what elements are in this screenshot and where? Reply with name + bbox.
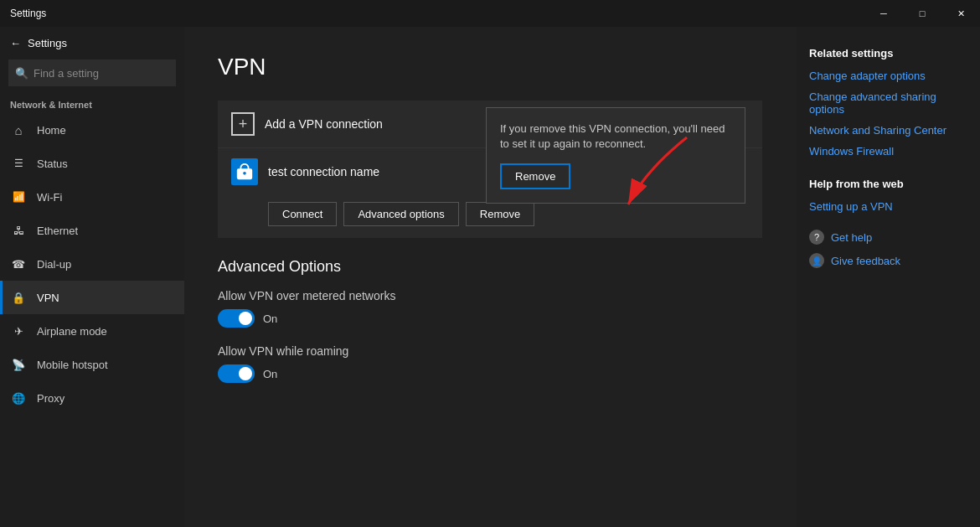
help-title: Help from the web [809,178,967,190]
titlebar-title: Settings [10,8,46,19]
sidebar-item-label: Wi-Fi [37,191,62,204]
sidebar-item-wifi[interactable]: 📶 Wi-Fi [0,180,184,214]
bottom-help-section: ? Get help 👤 Give feedback [809,230,967,268]
removal-popup: If you remove this VPN connection, you'l… [486,107,745,204]
change-sharing-link[interactable]: Change advanced sharing options [809,90,967,116]
proxy-icon: 🌐 [10,390,27,406]
add-vpn-label: Add a VPN connection [265,117,383,131]
firewall-link[interactable]: Windows Firewall [809,145,967,158]
sidebar-item-label: Mobile hotspot [37,359,108,371]
metered-toggle-row: On [218,309,762,328]
sidebar-item-status[interactable]: ☰ Status [0,147,184,180]
connect-button[interactable]: Connect [268,202,337,226]
roaming-toggle-label: On [263,368,277,380]
remove-button[interactable]: Remove [466,202,534,226]
restore-button[interactable]: □ [903,0,941,27]
sidebar-item-label: Ethernet [37,225,78,237]
popup-remove-button[interactable]: Remove [500,163,570,189]
related-settings-title: Related settings [809,47,967,59]
sidebar-item-hotspot[interactable]: 📡 Mobile hotspot [0,348,184,381]
main-content: VPN + Add a VPN connection test connecti… [184,27,796,527]
sidebar-item-ethernet[interactable]: 🖧 Ethernet [0,214,184,247]
search-input[interactable] [34,67,174,80]
sidebar-item-label: Status [37,158,68,170]
roaming-label: Allow VPN while roaming [218,344,762,358]
titlebar: Settings ─ □ ✕ [0,0,980,27]
get-help-label: Get help [831,231,872,244]
ethernet-icon: 🖧 [10,222,27,239]
right-panel: Related settings Change adapter options … [796,27,980,527]
vpn-connection-name: test connection name [268,165,379,178]
roaming-toggle[interactable] [218,364,255,383]
sidebar-item-home[interactable]: ⌂ Home [0,113,184,147]
sidebar-item-label: Proxy [37,392,64,405]
give-feedback-icon: 👤 [809,253,824,268]
advanced-options-button[interactable]: Advanced options [343,202,458,226]
removal-popup-text: If you remove this VPN connection, you'l… [500,121,731,152]
sidebar-item-dialup[interactable]: ☎ Dial-up [0,247,184,281]
sidebar-section-label: Network & Internet [0,93,184,113]
sidebar-item-label: Airplane mode [37,325,107,338]
sharing-center-link[interactable]: Network and Sharing Center [809,124,967,137]
page-title: VPN [218,54,762,80]
close-button[interactable]: ✕ [941,0,980,27]
give-feedback-item[interactable]: 👤 Give feedback [809,253,967,268]
metered-toggle[interactable] [218,309,255,328]
vpn-nav-icon: 🔒 [10,289,27,306]
metered-toggle-label: On [263,313,277,325]
setting-up-vpn-link[interactable]: Setting up a VPN [809,200,967,213]
sidebar-item-label: VPN [37,292,59,304]
sidebar-back-button[interactable]: ← Settings [0,30,184,56]
roaming-option-row: Allow VPN while roaming On [218,344,762,383]
back-arrow-icon: ← [10,37,21,49]
metered-label: Allow VPN over metered networks [218,289,762,302]
hotspot-icon: 📡 [10,356,27,373]
give-feedback-label: Give feedback [831,255,900,267]
app-body: ← Settings 🔍 Network & Internet ⌂ Home ☰… [0,27,980,527]
dialup-icon: ☎ [10,256,27,272]
wifi-icon: 📶 [10,189,27,205]
vpn-connection-icon [231,158,258,185]
get-help-item[interactable]: ? Get help [809,230,967,245]
sidebar-back-label: Settings [28,37,67,49]
advanced-section-title: Advanced Options [218,258,762,276]
sidebar: ← Settings 🔍 Network & Internet ⌂ Home ☰… [0,27,184,527]
sidebar-item-airplane[interactable]: ✈ Airplane mode [0,314,184,348]
metered-option-row: Allow VPN over metered networks On [218,289,762,328]
sidebar-item-vpn[interactable]: 🔒 VPN [0,281,184,314]
sidebar-item-label: Dial-up [37,258,71,271]
status-icon: ☰ [10,155,27,172]
add-vpn-icon: + [231,112,255,136]
search-icon: 🔍 [15,67,28,80]
airplane-icon: ✈ [10,323,27,339]
minimize-button[interactable]: ─ [864,0,903,27]
help-section: Help from the web Setting up a VPN [809,178,967,213]
search-box: 🔍 [8,59,176,86]
get-help-icon: ? [809,230,824,245]
change-adapter-link[interactable]: Change adapter options [809,70,967,82]
roaming-toggle-row: On [218,364,762,383]
titlebar-controls: ─ □ ✕ [864,0,980,27]
sidebar-item-proxy[interactable]: 🌐 Proxy [0,381,184,415]
home-icon: ⌂ [10,121,27,138]
sidebar-item-label: Home [37,124,66,137]
